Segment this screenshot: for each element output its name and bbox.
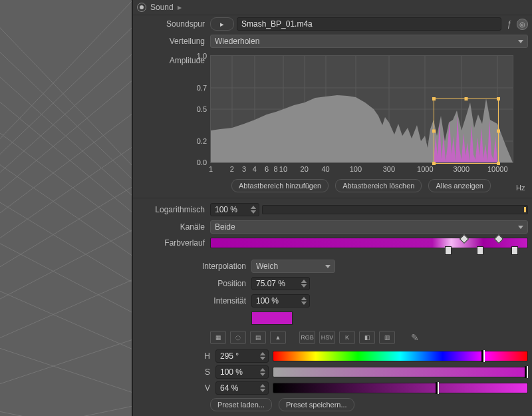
section-header-sound[interactable]: Sound ▶ [133,0,532,15]
label-kanaele: Kanäle [133,222,210,232]
s-value[interactable]: 100 % [215,365,269,379]
xtick: 4 [253,165,257,173]
mixer-icon[interactable]: ◧ [359,331,375,344]
add-sample-range-button[interactable]: Abtastbereich hinzufügen [231,179,329,192]
image-picker-icon[interactable]: ▲ [270,331,286,344]
gradient-knot-top[interactable] [494,234,503,244]
label-interpolation: Interpolation [133,262,251,271]
label-log: Logarithmisch [133,205,210,214]
delete-sample-range-button[interactable]: Abtastbereich löschen [335,179,422,192]
xtick: 3000 [454,165,469,173]
xtick: 1000 [417,165,433,173]
color-wheel-icon[interactable]: ◌ [230,331,246,344]
xtick: 300 [383,165,395,173]
preset-load-button[interactable]: Preset laden... [210,398,272,411]
preset-save-button[interactable]: Preset speichern... [279,398,354,411]
viewport-3d[interactable] [0,0,132,416]
floor-grid [0,0,132,416]
color-mode-toolbar: ▦ ◌ ▤ ▲ RGB HSV K ◧ ▥ ✎ [210,327,532,348]
v-slider[interactable] [273,383,528,393]
attribute-panel: Sound ▶ Soundspur ▸ Smash_BP_01.m4a ƒ ◎ … [133,0,532,416]
label-verteilung: Verteilung [133,37,210,46]
gradient-bar[interactable] [210,238,528,248]
play-button[interactable]: ▸ [210,17,234,31]
rgb-mode-button[interactable]: RGB [299,331,315,344]
label-s: S [133,367,215,377]
v-value[interactable]: 64 % [215,381,269,395]
link-target-icon[interactable]: ◎ [517,19,528,30]
log-slider[interactable] [262,205,528,214]
kanaele-dropdown[interactable]: Beide [210,220,528,234]
show-all-button[interactable]: Alles anzeigen [428,179,491,192]
interpolation-dropdown[interactable]: Weich [251,260,335,273]
h-value[interactable]: 295 ° [215,349,269,363]
svg-rect-0 [0,0,132,416]
gradient-knot-bottom[interactable] [445,246,452,255]
ytick: 0.5 [197,105,207,113]
xtick: 6 [265,165,269,173]
section-title: Sound [150,3,174,12]
ytick: 0.7 [197,84,207,92]
position-value[interactable]: 75.07 % [251,277,310,290]
label-hz: Hz [516,184,525,192]
xtick: 10 [279,165,287,173]
label-position: Position [133,279,251,288]
spectrum-svg [211,56,513,162]
ytick: 1.0 [197,52,207,60]
radio-icon [137,3,146,12]
xtick: 40 [321,165,329,173]
gradient-knot-bottom[interactable] [511,246,518,255]
sound-file-field[interactable]: Smash_BP_01.m4a [237,17,501,31]
hsv-mode-button[interactable]: HSV [319,331,335,344]
gradient-knot-bottom[interactable] [477,246,483,255]
spectrum-icon[interactable]: ▤ [250,331,266,344]
xtick: 100 [350,165,362,173]
xtick: 10000 [487,165,508,173]
xtick: 1 [209,165,213,173]
log-value[interactable]: 100 % [210,203,259,216]
xtick: 2 [230,165,234,173]
kelvin-mode-button[interactable]: K [339,331,355,344]
intensitaet-value[interactable]: 100 % [251,294,310,308]
label-soundspur: Soundspur [133,19,210,29]
ytick: 0.0 [197,158,207,166]
color-swatch[interactable] [251,312,293,325]
amplitude-graph[interactable]: 1.0 0.7 0.5 0.2 0.0 1 2 3 4 6 8 10 20 40… [210,55,513,163]
eyedropper-icon[interactable]: ✎ [411,332,419,343]
s-slider[interactable] [273,367,528,377]
xtick: 3 [242,165,246,173]
ytick: 0.2 [197,137,207,145]
label-farbverlauf: Farbverlauf [133,238,210,248]
verteilung-dropdown[interactable]: Wiederholen [210,35,528,48]
swatches-icon[interactable]: ▥ [379,331,395,344]
chevron-right-icon: ▶ [178,5,182,11]
gradient-knot-top[interactable] [460,234,469,244]
label-intensitaet: Intensität [133,296,251,306]
xtick: 8 [274,165,278,173]
picker-icon[interactable]: ▦ [210,331,226,344]
xtick: 20 [301,165,309,173]
sound-file-name: Smash_BP_01.m4a [241,19,313,29]
label-v: V [133,383,215,393]
h-slider[interactable] [273,351,528,361]
fx-indicator[interactable]: ƒ [504,19,514,29]
label-h: H [133,351,215,361]
